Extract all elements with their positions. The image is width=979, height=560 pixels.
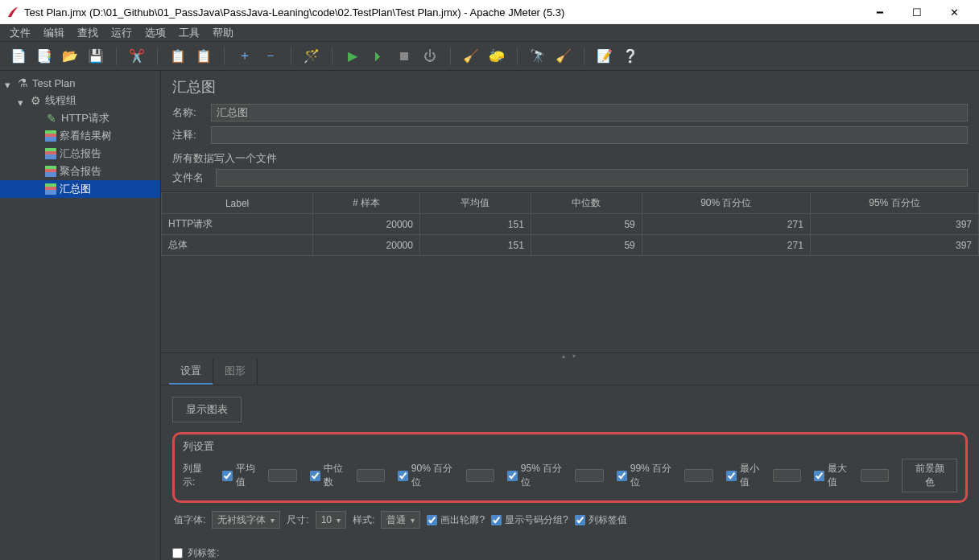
chk-max-label: 最大值 (828, 462, 856, 489)
tab-graph[interactable]: 图形 (213, 359, 258, 385)
menu-run[interactable]: 运行 (106, 25, 137, 41)
new-icon[interactable]: 📄 (8, 46, 29, 67)
chk-max-input[interactable] (814, 471, 824, 481)
search-binoculars-icon[interactable]: 🔭 (527, 46, 548, 67)
toggle-icon[interactable]: 🪄 (301, 46, 322, 67)
tree-thread-group[interactable]: ▾ 线程组 (0, 92, 160, 109)
foreground-color-button[interactable]: 前景颜色 (902, 459, 957, 492)
menu-file[interactable]: 文件 (5, 25, 35, 41)
chk-max[interactable]: 最大值 (814, 462, 856, 489)
chk-col-label-text: 列标签: (188, 546, 219, 560)
chevron-down-icon[interactable]: ▾ (5, 79, 13, 87)
menu-tools[interactable]: 工具 (174, 25, 204, 41)
filename-input[interactable] (216, 169, 968, 187)
chk-p95[interactable]: 95% 百分位 (507, 462, 571, 489)
table-header-row: Label # 样本 平均值 中位数 90% 百分位 95% 百分位 (162, 193, 979, 214)
col-median[interactable]: 中位数 (531, 193, 642, 214)
expand-icon[interactable]: ＋ (234, 46, 255, 67)
show-graph-button[interactable]: 显示图表 (172, 397, 242, 422)
comment-input[interactable] (211, 126, 968, 144)
font-size-select[interactable]: 10 (316, 511, 346, 529)
font-style-select[interactable]: 普通 (381, 511, 420, 529)
menu-options[interactable]: 选项 (140, 25, 171, 41)
chk-group-num-input[interactable] (491, 515, 502, 525)
font-family-select[interactable]: 无衬线字体 (212, 511, 280, 529)
color-chip-min[interactable] (773, 469, 801, 482)
close-button[interactable]: ✕ (936, 0, 973, 24)
start-icon[interactable]: ▶ (342, 46, 363, 67)
tree-result-tree[interactable]: 察看结果树 (0, 127, 160, 145)
table-row[interactable]: HTTP请求 20000 151 59 271 397 (162, 214, 979, 235)
copy-icon[interactable]: 📋 (167, 46, 188, 67)
chevron-down-icon[interactable]: ▾ (18, 97, 26, 105)
collapse-icon[interactable]: － (260, 46, 281, 67)
toolbar-separator (116, 47, 117, 65)
color-chip-median[interactable] (357, 469, 385, 482)
split-drag-handle[interactable] (161, 352, 979, 359)
chk-p95-input[interactable] (507, 471, 518, 481)
paste-icon[interactable]: 📋 (193, 46, 214, 67)
chk-avg-input[interactable] (222, 471, 233, 481)
reset-search-icon[interactable]: 🧹 (553, 46, 574, 67)
shutdown-icon[interactable]: ⏻ (419, 46, 440, 67)
open-icon[interactable]: 📂 (60, 46, 81, 67)
menubar: 文件 编辑 查找 运行 选项 工具 帮助 (0, 24, 979, 42)
stop-icon[interactable]: ⏹ (394, 46, 415, 67)
help-icon[interactable]: ❔ (620, 46, 641, 67)
chk-col-tag-input[interactable] (575, 515, 585, 525)
col-samples[interactable]: # 样本 (313, 193, 420, 214)
col-p90[interactable]: 90% 百分位 (642, 193, 810, 214)
chk-p90[interactable]: 90% 百分位 (398, 462, 461, 489)
tree-aggregate-report-label: 聚合报告 (60, 164, 101, 179)
chk-p95-label: 95% 百分位 (521, 462, 571, 489)
color-chip-avg[interactable] (268, 469, 296, 482)
chk-median[interactable]: 中位数 (310, 462, 352, 489)
col-label[interactable]: Label (162, 193, 313, 214)
chk-avg[interactable]: 平均值 (222, 462, 264, 489)
start-no-pause-icon[interactable]: ⏵ (368, 46, 389, 67)
col-avg[interactable]: 平均值 (419, 193, 531, 214)
color-chip-p90[interactable] (466, 469, 494, 482)
chk-group-num-label: 显示号码分组? (505, 513, 568, 527)
chk-p99[interactable]: 99% 百分位 (617, 462, 680, 489)
window-title: Test Plan.jmx (D:\01_Github\01_PassJava\… (24, 6, 861, 19)
tree-aggregate-graph[interactable]: 汇总图 (0, 180, 160, 198)
chk-outline-input[interactable] (427, 515, 437, 525)
tree-root[interactable]: ▾ Test Plan (0, 74, 160, 92)
cell-median: 59 (531, 235, 642, 256)
chk-col-tag[interactable]: 列标签值 (575, 513, 627, 527)
color-chip-p95[interactable] (575, 469, 603, 482)
name-label: 名称: (172, 105, 204, 120)
chk-p90-input[interactable] (398, 471, 408, 481)
table-row[interactable]: 总体 20000 151 59 271 397 (162, 235, 979, 256)
function-helper-icon[interactable]: 📝 (594, 46, 615, 67)
name-input[interactable] (211, 104, 968, 121)
chevron-down-icon (271, 514, 275, 525)
chk-min[interactable]: 最小值 (726, 462, 768, 489)
minimize-button[interactable]: ━ (861, 0, 898, 24)
color-chip-max[interactable] (861, 469, 889, 482)
tree-http-request[interactable]: HTTP请求 (0, 109, 160, 127)
save-icon[interactable]: 💾 (85, 46, 106, 67)
chk-p99-input[interactable] (617, 471, 627, 481)
tree-aggregate-report[interactable]: 聚合报告 (0, 163, 160, 180)
clear-all-icon[interactable]: 🧽 (486, 46, 507, 67)
cell-samples: 20000 (313, 214, 420, 235)
chk-col-label-input[interactable] (172, 548, 183, 558)
col-p95[interactable]: 95% 百分位 (810, 193, 978, 214)
tree-summary-report[interactable]: 汇总报告 (0, 145, 160, 163)
menu-edit[interactable]: 编辑 (39, 25, 69, 41)
menu-help[interactable]: 帮助 (208, 25, 238, 41)
chk-outline[interactable]: 画出轮廓? (427, 513, 485, 527)
color-chip-p99[interactable] (684, 469, 713, 482)
chk-group-num[interactable]: 显示号码分组? (491, 513, 568, 527)
templates-icon[interactable]: 📑 (34, 46, 55, 67)
chk-min-input[interactable] (726, 471, 737, 481)
tab-settings[interactable]: 设置 (169, 359, 213, 385)
maximize-button[interactable]: ☐ (898, 0, 936, 24)
menu-search[interactable]: 查找 (72, 25, 103, 41)
clear-icon[interactable]: 🧹 (461, 46, 481, 67)
chk-median-input[interactable] (310, 471, 320, 481)
cut-icon[interactable]: ✂️ (126, 46, 147, 67)
main-split: ▾ Test Plan ▾ 线程组 HTTP请求 察看结果树 汇总报告 聚合报告… (0, 71, 979, 560)
